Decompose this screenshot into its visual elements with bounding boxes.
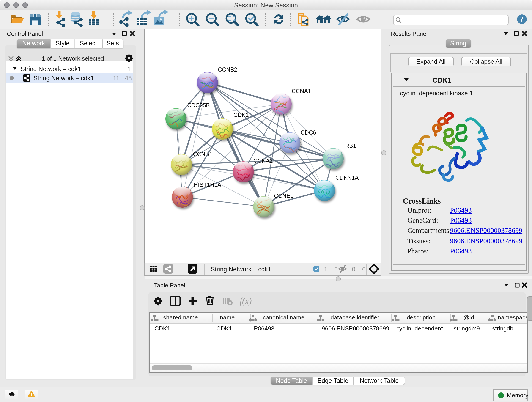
svg-text:CDC25B: CDC25B xyxy=(187,102,210,108)
svg-text:CCNB1: CCNB1 xyxy=(193,151,212,157)
svg-text:CCNE1: CCNE1 xyxy=(274,192,293,199)
svg-text:CCNA2: CCNA2 xyxy=(253,157,273,164)
svg-text:CDK1: CDK1 xyxy=(234,111,249,118)
svg-text:CDC6: CDC6 xyxy=(301,129,316,135)
svg-text:CCNA1: CCNA1 xyxy=(292,88,311,94)
svg-text:HIST1H1A: HIST1H1A xyxy=(194,181,221,188)
svg-text:CDKN1A: CDKN1A xyxy=(336,174,359,181)
svg-text:RB1: RB1 xyxy=(345,142,356,149)
svg-text:CCNB2: CCNB2 xyxy=(218,66,237,72)
